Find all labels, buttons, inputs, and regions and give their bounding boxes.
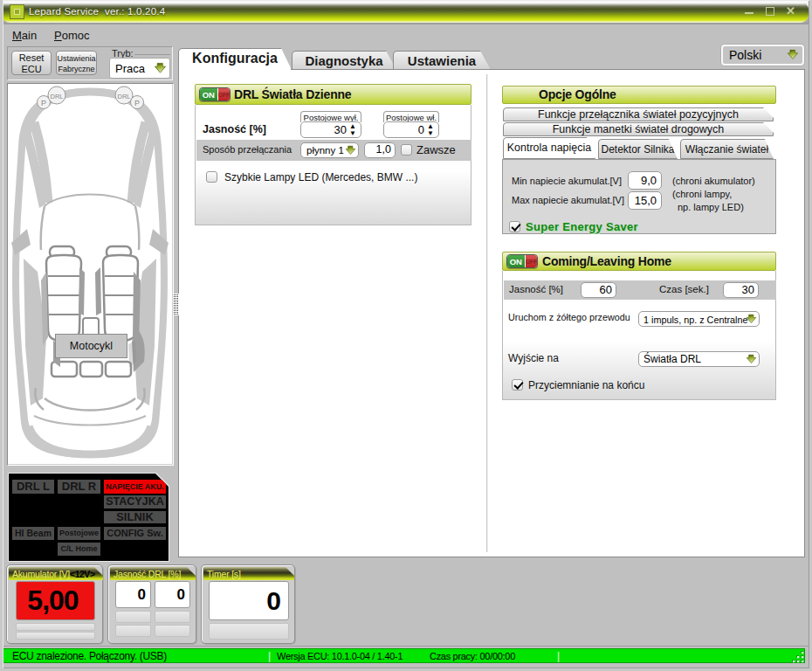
svg-text:P: P: [41, 99, 46, 107]
svg-text:DRL: DRL: [50, 93, 63, 100]
svg-text:P: P: [134, 99, 140, 107]
svg-text:DRL: DRL: [117, 93, 130, 100]
